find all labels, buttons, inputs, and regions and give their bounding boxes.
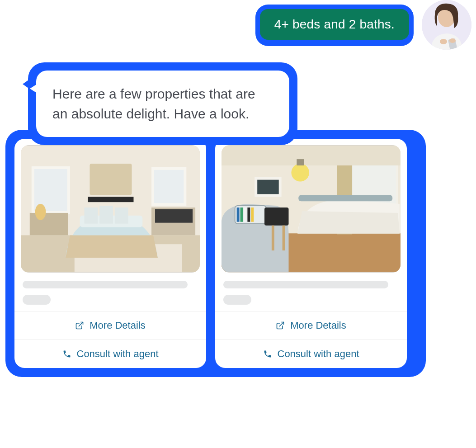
consult-agent-label: Consult with agent [278,348,359,360]
consult-agent-button[interactable]: Consult with agent [215,340,407,368]
user-bubble-outline: 4+ beds and 2 baths. [255,5,414,46]
consult-agent-label: Consult with agent [77,348,159,360]
external-link-icon [276,321,285,330]
more-details-button[interactable]: More Details [215,311,407,340]
svg-rect-37 [244,207,247,222]
more-details-label: More Details [90,320,145,331]
svg-rect-19 [85,207,98,224]
avatar-image [422,0,471,50]
svg-rect-29 [222,146,401,165]
svg-rect-38 [247,207,250,222]
skeleton-title [223,281,388,288]
svg-rect-42 [283,226,285,250]
more-details-button[interactable]: More Details [14,311,206,340]
skeleton-price [223,295,251,305]
svg-point-3 [440,39,447,44]
svg-rect-36 [240,207,243,222]
user-message-bubble: 4+ beds and 2 baths. [260,9,409,40]
property-card: More Details Consult with agent [14,139,206,368]
property-card: More Details Consult with agent [215,139,407,368]
svg-rect-21 [115,207,128,224]
user-avatar [422,0,471,50]
svg-rect-39 [251,207,254,222]
property-image [222,145,401,273]
skeleton-title [23,281,188,288]
more-details-label: More Details [290,320,346,331]
svg-point-30 [291,164,309,182]
property-cards-container: More Details Consult with agent [5,130,426,377]
property-card-body [215,273,407,311]
phone-icon [62,349,71,358]
property-card-actions: More Details Consult with agent [14,311,206,368]
user-message-row: 4+ beds and 2 baths. [0,0,476,50]
svg-rect-15 [155,209,193,223]
svg-rect-16 [30,213,68,236]
svg-rect-33 [235,206,266,224]
external-link-icon [75,321,84,330]
svg-rect-13 [88,197,134,202]
property-card-actions: More Details Consult with agent [215,311,407,368]
property-card-body [14,273,206,311]
svg-rect-41 [272,226,274,250]
bot-response-section: Here are a few properties that are an ab… [5,62,426,377]
svg-rect-12 [90,164,132,195]
svg-rect-20 [99,206,113,224]
svg-rect-32 [298,195,392,201]
svg-line-22 [79,322,83,326]
svg-line-45 [280,322,284,326]
user-message-text: 4+ beds and 2 baths. [274,17,395,31]
svg-rect-40 [264,207,288,226]
bot-message-text: Here are a few properties that are an ab… [52,86,255,121]
bot-bubble-outline: Here are a few properties that are an ab… [28,62,297,145]
consult-agent-button[interactable]: Consult with agent [14,340,206,368]
svg-point-17 [35,204,46,220]
phone-icon [263,349,272,358]
svg-rect-31 [297,159,304,165]
bot-message-bubble: Here are a few properties that are an ab… [36,71,289,137]
svg-rect-11 [154,170,184,203]
svg-rect-35 [237,207,240,222]
svg-rect-44 [257,180,279,194]
property-image [21,145,200,273]
skeleton-price [23,295,51,305]
svg-point-4 [449,38,456,43]
